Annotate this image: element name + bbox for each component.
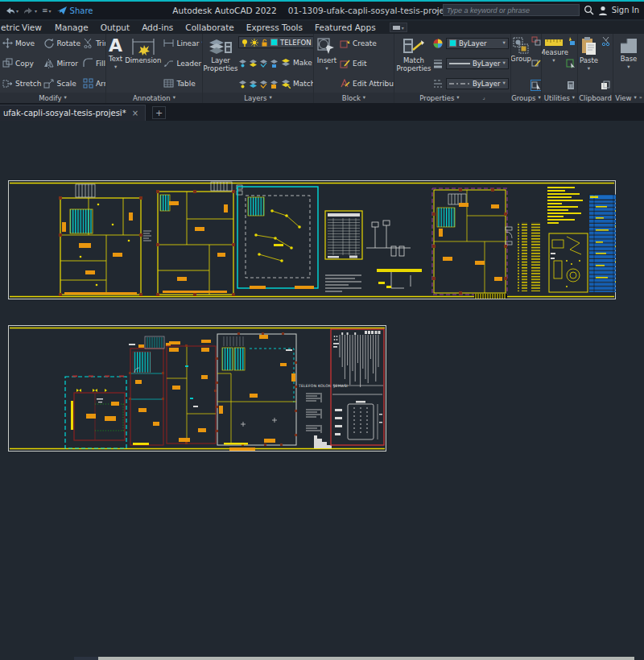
search-icon[interactable] [584, 5, 594, 15]
group-selection-toggle-icon[interactable] [531, 80, 541, 90]
edit-attributes-button[interactable]: Edit Attributes▾ [340, 76, 394, 90]
lineweight-caret-icon: ▾ [503, 60, 506, 66]
object-color-dropdown[interactable]: ByLayer▾ [446, 38, 509, 49]
layer-dropdown[interactable]: TELEFON ▾ [238, 36, 313, 48]
insert-icon [316, 37, 337, 56]
insert-button[interactable]: Insert ▾ [316, 35, 337, 91]
text-button[interactable]: A Text ▾ [109, 35, 122, 91]
match-properties-icon [402, 37, 426, 56]
view-panel-label[interactable]: View▾» [613, 93, 644, 103]
array-button[interactable]: Array▾ [83, 76, 105, 90]
match-properties-label: Match Properties [397, 57, 431, 73]
scale-button[interactable]: Scale [43, 76, 80, 90]
search-input[interactable] [443, 4, 580, 16]
quick-select-icon[interactable] [566, 59, 576, 68]
trim-button[interactable]: Trim▾ [83, 36, 105, 50]
measure-button[interactable]: Measure ▾ [543, 35, 564, 91]
properties-panel-label[interactable]: Properties▾⌟ [394, 93, 510, 103]
layer-color-swatch [270, 39, 278, 46]
copy-clip-icon[interactable] [601, 80, 611, 90]
mirror-button[interactable]: Mirror [43, 56, 80, 70]
fillet-button[interactable]: Fillet▾ [83, 56, 105, 70]
lineweight-value: ByLayer [473, 60, 501, 68]
share-button[interactable]: Share [55, 5, 95, 16]
tab-parametric[interactable]: etric [0, 21, 13, 34]
new-tab-button[interactable]: + [152, 106, 166, 119]
annotation-panel-label[interactable]: Annotation▾ [106, 93, 202, 103]
linear-icon [163, 39, 174, 47]
stretch-button[interactable]: Stretch [2, 76, 41, 90]
utilities-panel-label[interactable]: Utilities▾ [542, 93, 577, 103]
block-panel-caret-icon: ▾ [363, 95, 365, 101]
tab-output[interactable]: Output [100, 21, 130, 34]
mirror-label: Mirror [56, 60, 78, 68]
annotation-panel-label-text: Annotation [133, 94, 171, 102]
tab-view[interactable]: View [21, 21, 43, 34]
linetype-row: ByLayer▾ [433, 76, 509, 90]
group-button[interactable]: Group [512, 35, 530, 91]
block-panel-label[interactable]: Block▾ [314, 93, 394, 103]
match-properties-button[interactable]: Match Properties [397, 35, 431, 91]
burger-icon: ≡ [42, 6, 48, 14]
tab-manage[interactable]: Manage [54, 21, 89, 34]
linear-button[interactable]: Linear▾ [163, 36, 202, 50]
group-edit-icon[interactable] [531, 59, 541, 68]
paste-label: Paste [580, 57, 598, 65]
make-current-button[interactable]: Make Current [238, 56, 313, 69]
undo-button[interactable]: ▾ [3, 6, 20, 16]
id-point-icon[interactable] [566, 36, 576, 46]
ribbon-display-toggle[interactable]: ▾ [390, 23, 407, 32]
ungroup-icon[interactable] [531, 36, 541, 46]
redo-button[interactable]: ▾ [22, 6, 39, 16]
groups-panel-label[interactable]: Groups▾ [511, 93, 541, 103]
panel-utilities: Measure ▾ Utilities▾ [542, 34, 578, 103]
modify-panel-label[interactable]: Modify▾ [0, 93, 105, 103]
base-icon [619, 37, 638, 55]
properties-expander-icon[interactable]: ⌟ [483, 95, 485, 101]
tab-collaborate[interactable]: Collaborate [184, 21, 234, 34]
sign-in-button[interactable]: Sign In [612, 6, 639, 14]
match-layer-icon [281, 79, 291, 89]
move-label: Move [15, 39, 35, 47]
search-expand-icon[interactable]: ▸ [436, 7, 439, 14]
file-tab-active[interactable]: ufak-capli-sosyal-tesis-projesi* × [0, 105, 146, 121]
layer-properties-button[interactable]: Layer Properties [205, 35, 236, 91]
make-current-icon [281, 58, 291, 68]
tab-express-tools[interactable]: Express Tools [246, 21, 303, 34]
create-block-button[interactable]: Create [340, 36, 394, 50]
tab-featured-apps[interactable]: Featured Apps [314, 21, 377, 34]
edit-block-button[interactable]: Edit [340, 56, 394, 70]
table-button[interactable]: Table [163, 76, 202, 90]
match-layer-button[interactable]: Match Layer [238, 76, 313, 90]
clipboard-panel-label[interactable]: Clipboard [578, 93, 613, 103]
base-button[interactable]: Base ▾ [617, 35, 640, 91]
lineweight-dropdown[interactable]: ByLayer▾ [446, 58, 509, 69]
user-icon[interactable] [598, 6, 608, 15]
paste-button[interactable]: Paste ▾ [580, 35, 598, 91]
leader-button[interactable]: Leader▾ [163, 56, 202, 70]
linetype-icon [433, 79, 443, 89]
file-tab-close-icon[interactable]: × [132, 109, 138, 118]
scale-label: Scale [56, 80, 76, 88]
object-color-swatch [449, 39, 456, 47]
view-panel-label-text: View [615, 94, 631, 102]
quick-calculator-icon[interactable] [566, 80, 576, 90]
layers-panel-label[interactable]: Layers▾ [203, 93, 313, 103]
insert-caret-icon: ▾ [325, 66, 328, 72]
undo-arrow-icon [5, 6, 15, 15]
rotate-button[interactable]: Rotate [43, 36, 80, 50]
dimension-button[interactable]: Dimension [125, 35, 161, 91]
copy-button[interactable]: Copy [2, 56, 41, 70]
file-tab-bar: ufak-capli-sosyal-tesis-projesi* × + [0, 103, 644, 121]
cut-icon[interactable] [601, 36, 611, 46]
drawing-canvas[interactable]: TELEFON KOLON ŞEMASI [0, 121, 644, 660]
edit-attributes-icon [340, 79, 350, 89]
tab-add-ins[interactable]: Add-ins [141, 21, 174, 34]
linetype-dropdown[interactable]: ByLayer▾ [446, 78, 509, 89]
mirror-icon [43, 58, 54, 68]
floor-plan-2 [143, 182, 242, 296]
customize-qat-button[interactable]: ≡ ▾ [40, 6, 53, 15]
move-button[interactable]: Move [2, 36, 41, 50]
linetype-caret-icon: ▾ [503, 80, 506, 86]
floor-plan-1 [59, 184, 142, 296]
